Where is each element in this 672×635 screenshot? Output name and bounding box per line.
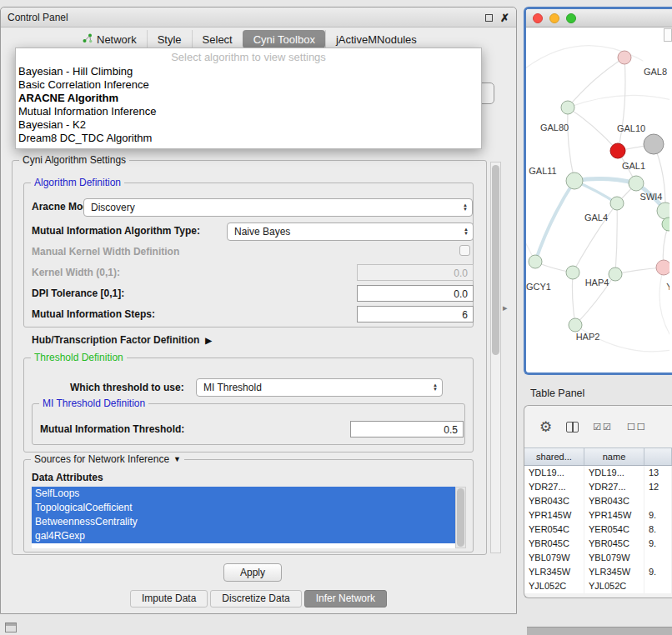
mi-algorithm-type-combo[interactable]: Naive Bayes ▲▼ bbox=[227, 222, 474, 241]
algorithm-option-dream8-dc-tdc-algorithm[interactable]: Dream8 DC_TDC Algorithm bbox=[16, 132, 481, 145]
bottom-tab-bar: Impute DataDiscretize DataInfer Network bbox=[1, 590, 516, 608]
network-node[interactable] bbox=[644, 134, 664, 154]
settings-scrollbar-thumb[interactable] bbox=[492, 165, 499, 355]
attribute-item-topologicalcoefficient[interactable]: TopologicalCoefficient bbox=[32, 501, 455, 515]
table-row[interactable]: YDR27...YDR27...12 bbox=[524, 480, 672, 494]
network-node[interactable] bbox=[610, 143, 625, 158]
network-node[interactable] bbox=[561, 101, 574, 114]
network-node[interactable] bbox=[656, 260, 669, 275]
network-edge[interactable] bbox=[535, 181, 574, 262]
tab-jactivemnodules[interactable]: jActiveMNodules bbox=[325, 30, 427, 48]
bottom-tab-discretize-data[interactable]: Discretize Data bbox=[210, 590, 301, 608]
network-edge[interactable] bbox=[568, 108, 618, 151]
network-edge[interactable] bbox=[659, 268, 669, 344]
manual-kernel-width-checkbox[interactable] bbox=[459, 245, 470, 256]
algorithm-option-basic-correlation-inference[interactable]: Basic Correlation Inference bbox=[16, 78, 481, 92]
kernel-width-field[interactable]: 0.0 bbox=[357, 264, 474, 281]
network-node[interactable] bbox=[657, 202, 669, 219]
network-node[interactable] bbox=[662, 218, 669, 231]
column-header-shared[interactable]: shared... bbox=[524, 448, 584, 465]
minimized-panel-icon[interactable] bbox=[5, 622, 17, 632]
network-edge[interactable] bbox=[618, 58, 625, 151]
network-node[interactable] bbox=[566, 266, 579, 279]
table-row[interactable]: YBL079WYBL079W bbox=[524, 551, 672, 565]
network-node[interactable] bbox=[569, 318, 582, 332]
attribute-item-selfloops[interactable]: SelfLoops bbox=[32, 487, 455, 501]
gear-icon[interactable]: ⚙ bbox=[539, 418, 552, 436]
network-node[interactable] bbox=[566, 172, 583, 189]
bottom-tab-infer-network[interactable]: Infer Network bbox=[304, 590, 387, 608]
attribute-item-betweennesscentrality[interactable]: BetweennessCentrality bbox=[32, 515, 455, 529]
table-row[interactable]: YER054CYER054C8. bbox=[524, 522, 672, 537]
bottom-tab-impute-data[interactable]: Impute Data bbox=[130, 590, 208, 608]
network-edge[interactable] bbox=[568, 95, 669, 108]
tab-select[interactable]: Select bbox=[192, 30, 243, 48]
algorithm-option-aracne-algorithm[interactable]: ARACNE Algorithm bbox=[16, 92, 481, 105]
algorithm-popup: Select algorithm to view settings Bayesi… bbox=[15, 48, 482, 149]
tab-label: jActiveMNodules bbox=[336, 33, 417, 46]
network-canvas[interactable]: GAL8GAL80GAL10GAL11GAL1SWI4GAL4GCY1HAP4Y… bbox=[526, 28, 669, 372]
control-panel-window: Control Panel ✗ NetworkStyleSelectCyni T… bbox=[0, 7, 517, 614]
network-edge[interactable] bbox=[572, 272, 575, 325]
float-window-icon[interactable] bbox=[485, 14, 493, 22]
close-traffic-light-icon[interactable] bbox=[533, 13, 543, 23]
network-edge[interactable] bbox=[568, 58, 624, 108]
network-node[interactable] bbox=[629, 176, 644, 191]
network-view-titlebar[interactable] bbox=[526, 9, 672, 28]
algorithm-option-mutual-information-inference[interactable]: Mutual Information Inference bbox=[16, 105, 481, 118]
algorithm-option-bayesian-hill-climbing[interactable]: Bayesian - Hill Climbing bbox=[16, 65, 481, 78]
table-cell: YPR145W bbox=[524, 508, 584, 522]
splitter-arrow-icon[interactable]: ▸ bbox=[503, 302, 508, 313]
mi-algorithm-type-label: Mutual Information Algorithm Type: bbox=[32, 225, 200, 237]
dpi-tolerance-field[interactable]: 0.0 bbox=[357, 285, 474, 302]
tab-network[interactable]: Network bbox=[73, 30, 147, 48]
collapse-down-arrow-icon[interactable]: ▼ bbox=[173, 455, 181, 463]
network-edge[interactable] bbox=[568, 108, 574, 181]
sources-title[interactable]: Sources for Network Inference ▼ bbox=[31, 453, 184, 465]
network-node[interactable] bbox=[618, 51, 631, 64]
attribute-item-gal4rgexp[interactable]: gal4RGexp bbox=[32, 529, 455, 543]
table-row[interactable]: YJL052CYJL052C bbox=[524, 579, 672, 593]
network-edge[interactable] bbox=[615, 203, 617, 274]
hub-transcription-factor-section[interactable]: Hub/Transcription Factor Definition ▶ bbox=[32, 334, 212, 346]
tab-style[interactable]: Style bbox=[147, 30, 192, 48]
table-row[interactable]: YLR345WYLR345W9. bbox=[524, 565, 672, 579]
aracne-mode-combo[interactable]: Discovery ▲▼ bbox=[83, 198, 473, 217]
which-threshold-combo[interactable]: MI Threshold ▲▼ bbox=[196, 378, 443, 397]
table-cell: YDL19... bbox=[524, 466, 584, 480]
table-body: YDL19...YDL19...13YDR27...YDR27...12YBR0… bbox=[524, 466, 672, 593]
table-row[interactable]: YBR045CYBR045C9. bbox=[524, 537, 672, 551]
unchecked-boxes-icon[interactable]: ☐☐ bbox=[627, 422, 647, 432]
close-window-icon[interactable]: ✗ bbox=[500, 12, 509, 23]
table-cell: 9. bbox=[644, 537, 672, 551]
checked-boxes-icon[interactable]: ☑☑ bbox=[593, 422, 613, 432]
mi-threshold-field[interactable]: 0.5 bbox=[350, 421, 464, 438]
table-row[interactable]: YBR043CYBR043C bbox=[524, 494, 672, 508]
mi-threshold-definition-title: MI Threshold Definition bbox=[39, 398, 148, 409]
attributes-list-scrollbar[interactable] bbox=[455, 487, 466, 548]
data-attributes-list[interactable]: SelfLoopsTopologicalCoefficientBetweenne… bbox=[32, 487, 455, 548]
network-edge[interactable] bbox=[574, 179, 636, 183]
mi-steps-field[interactable]: 6 bbox=[357, 306, 474, 322]
column-header-name[interactable]: name bbox=[584, 448, 644, 465]
control-panel-titlebar[interactable]: Control Panel ✗ bbox=[1, 8, 516, 28]
columns-icon[interactable] bbox=[566, 422, 579, 432]
network-scrollbar-fragment[interactable] bbox=[664, 28, 672, 42]
network-node[interactable] bbox=[609, 268, 622, 281]
algorithm-option-bayesian-k2[interactable]: Bayesian - K2 bbox=[16, 118, 481, 132]
column-header-col2[interactable] bbox=[644, 448, 672, 465]
apply-button[interactable]: Apply bbox=[223, 563, 282, 582]
table-row[interactable]: YPR145WYPR145W9. bbox=[524, 508, 672, 522]
table-cell: 9. bbox=[644, 508, 672, 522]
table-cell: YBR043C bbox=[584, 494, 644, 508]
table-cell: YDR27... bbox=[584, 480, 644, 494]
tab-cyni-toolbox[interactable]: Cyni Toolbox bbox=[243, 30, 325, 48]
minimize-traffic-light-icon[interactable] bbox=[549, 13, 559, 23]
network-node[interactable] bbox=[529, 255, 542, 268]
zoom-traffic-light-icon[interactable] bbox=[566, 13, 576, 23]
table-row[interactable]: YDL19...YDL19...13 bbox=[524, 466, 672, 480]
expand-right-arrow-icon[interactable]: ▶ bbox=[205, 336, 212, 345]
attributes-scrollbar-thumb[interactable] bbox=[457, 488, 464, 547]
settings-scrollbar[interactable] bbox=[490, 162, 501, 553]
network-node[interactable] bbox=[610, 197, 624, 210]
